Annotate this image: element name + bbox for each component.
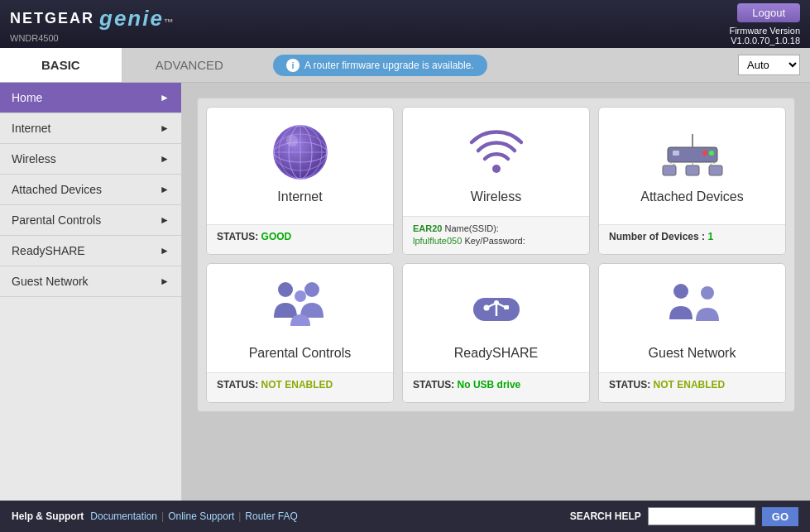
chevron-right-icon: ► <box>160 245 170 256</box>
svg-line-17 <box>669 162 676 165</box>
parental-status-value: NOT ENABLED <box>261 379 333 391</box>
auto-select[interactable]: Auto <box>738 55 800 75</box>
sidebar-item-home[interactable]: Home ► <box>0 83 181 113</box>
guestnetwork-status-value: NOT ENABLED <box>654 379 726 391</box>
footer-support-link[interactable]: Online Support <box>168 510 234 522</box>
card-internet-footer: STATUS: GOOD <box>207 224 393 254</box>
chevron-right-icon: ► <box>160 276 170 287</box>
sidebar-item-home-label: Home <box>12 91 42 104</box>
auto-select-container: Auto <box>738 55 800 75</box>
svg-line-19 <box>709 162 716 165</box>
sidebar-item-attached-label: Attached Devices <box>12 183 102 196</box>
card-guestnetwork-title: Guest Network <box>649 346 736 361</box>
logout-button[interactable]: Logout <box>737 3 800 22</box>
svg-point-31 <box>701 286 714 300</box>
svg-point-7 <box>286 135 298 146</box>
card-attached-footer: Number of Devices : 1 <box>599 224 785 254</box>
logo: NETGEAR genie™ <box>10 6 175 31</box>
chevron-right-icon: ► <box>160 122 170 134</box>
card-readyshare-body: ReadySHARE <box>403 264 589 372</box>
attached-devices-icon <box>659 121 726 183</box>
firmware-info: Firmware Version V1.0.0.70_1.0.18 <box>729 26 800 46</box>
card-attached[interactable]: Attached Devices Number of Devices : 1 <box>598 107 786 255</box>
svg-rect-28 <box>504 305 509 309</box>
wireless-icon <box>463 121 530 183</box>
sidebar-item-wireless-label: Wireless <box>12 152 56 165</box>
guestnetwork-status-label: STATUS: <box>609 379 650 391</box>
main-layout: Home ► Internet ► Wireless ► Attached De… <box>0 83 810 501</box>
card-wireless-title: Wireless <box>471 189 521 204</box>
svg-point-11 <box>702 151 707 156</box>
card-parental-body: Parental Controls <box>207 264 393 372</box>
svg-point-8 <box>492 165 501 173</box>
card-attached-title: Attached Devices <box>640 189 744 204</box>
sidebar-item-internet[interactable]: Internet ► <box>0 113 181 144</box>
sidebar-item-readyshare[interactable]: ReadySHARE ► <box>0 236 181 266</box>
svg-rect-10 <box>673 151 679 156</box>
card-attached-body: Attached Devices <box>599 108 785 224</box>
svg-rect-16 <box>709 165 722 175</box>
devices-label: Number of Devices : <box>609 231 705 242</box>
content-area: Internet STATUS: GOOD <box>182 83 810 501</box>
sidebar-item-parental[interactable]: Parental Controls ► <box>0 205 181 236</box>
card-parental-footer: STATUS: NOT ENABLED <box>207 372 393 402</box>
readyshare-status-value: No USB drive <box>458 379 521 391</box>
card-parental-title: Parental Controls <box>249 346 352 361</box>
chevron-right-icon: ► <box>160 214 170 226</box>
firmware-version: V1.0.0.70_1.0.18 <box>731 36 800 46</box>
guest-network-icon <box>659 277 726 339</box>
card-internet[interactable]: Internet STATUS: GOOD <box>206 107 394 255</box>
svg-point-21 <box>304 282 319 297</box>
tab-basic[interactable]: BASIC <box>0 48 122 82</box>
internet-icon <box>267 121 333 183</box>
sidebar-item-readyshare-label: ReadySHARE <box>12 244 85 257</box>
search-input[interactable] <box>648 507 755 525</box>
wireless-name-label: Name(SSID): <box>445 223 499 233</box>
firmware-notice: i A router firmware upgrade is available… <box>273 55 487 76</box>
card-wireless[interactable]: Wireless EAR20 Name(SSID): lpfulflute050… <box>402 107 590 255</box>
card-guestnetwork[interactable]: Guest Network STATUS: NOT ENABLED <box>598 263 786 403</box>
svg-rect-15 <box>686 165 699 175</box>
logo-area: NETGEAR genie™ WNDR4500 <box>10 6 175 43</box>
devices-count: 1 <box>707 231 713 242</box>
card-guestnetwork-body: Guest Network <box>599 264 785 372</box>
svg-point-12 <box>709 151 714 156</box>
sidebar-item-wireless[interactable]: Wireless ► <box>0 144 181 175</box>
card-wireless-footer: EAR20 Name(SSID): lpfulflute050 Key/Pass… <box>403 216 589 254</box>
footer-search: SEARCH HELP GO <box>570 507 798 526</box>
svg-point-30 <box>673 284 688 299</box>
svg-point-20 <box>278 282 293 297</box>
card-readyshare-footer: STATUS: No USB drive <box>403 372 589 402</box>
header: NETGEAR genie™ WNDR4500 Logout Firmware … <box>0 0 810 48</box>
sidebar-item-attached[interactable]: Attached Devices ► <box>0 175 181 205</box>
readyshare-status-label: STATUS: <box>413 379 454 391</box>
footer-doc-link[interactable]: Documentation <box>90 510 157 522</box>
card-internet-title: Internet <box>277 189 322 204</box>
card-readyshare-title: ReadySHARE <box>454 346 538 361</box>
tab-advanced[interactable]: ADVANCED <box>122 48 256 82</box>
brand-name: NETGEAR <box>10 10 94 27</box>
nav-tabs: BASIC ADVANCED i A router firmware upgra… <box>0 48 810 83</box>
genie-name: genie™ <box>99 6 175 31</box>
wireless-ssid: EAR20 <box>413 223 442 233</box>
sidebar-item-guestnetwork[interactable]: Guest Network ► <box>0 266 181 297</box>
svg-point-29 <box>494 300 499 305</box>
sidebar-item-guestnetwork-label: Guest Network <box>12 275 89 288</box>
sidebar: Home ► Internet ► Wireless ► Attached De… <box>0 83 182 501</box>
footer-help-label: Help & Support <box>12 510 84 522</box>
card-internet-body: Internet <box>207 108 393 224</box>
parental-controls-icon <box>267 277 333 339</box>
card-wireless-body: Wireless <box>403 108 589 216</box>
footer-links: Documentation | Online Support | Router … <box>90 510 297 522</box>
card-guestnetwork-footer: STATUS: NOT ENABLED <box>599 372 785 402</box>
card-parental[interactable]: Parental Controls STATUS: NOT ENABLED <box>206 263 394 403</box>
footer-faq-link[interactable]: Router FAQ <box>245 510 297 522</box>
go-button[interactable]: GO <box>762 507 798 526</box>
sidebar-item-parental-label: Parental Controls <box>12 213 101 227</box>
header-right: Logout Firmware Version V1.0.0.70_1.0.18 <box>729 3 800 46</box>
card-readyshare[interactable]: ReadySHARE STATUS: No USB drive <box>402 263 590 403</box>
wireless-key: lpfulflute050 <box>413 236 462 246</box>
footer-divider1: | <box>161 510 164 522</box>
chevron-right-icon: ► <box>160 153 170 165</box>
svg-point-27 <box>483 305 489 311</box>
